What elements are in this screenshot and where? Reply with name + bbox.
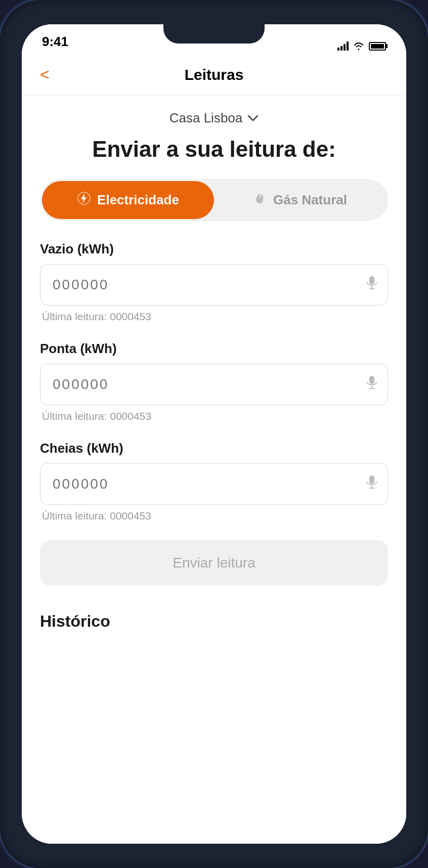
vazio-label: Vazio (kWh) — [40, 241, 388, 257]
toggle-gas[interactable]: Gás Natural — [214, 181, 386, 219]
cheias-input-wrapper — [40, 463, 388, 505]
vazio-input-wrapper — [40, 264, 388, 306]
electricidade-label: Electricidade — [97, 192, 179, 208]
ponta-input-wrapper — [40, 364, 388, 405]
notch — [163, 24, 265, 44]
gas-label: Gás Natural — [273, 192, 347, 208]
svg-marker-1 — [81, 193, 87, 203]
main-content: Casa Lisboa Enviar a sua leitura de: — [22, 95, 406, 844]
page-heading: Enviar a sua leitura de: — [40, 136, 388, 163]
vazio-input[interactable] — [40, 265, 356, 305]
phone-frame: 9:41 — [0, 0, 428, 868]
field-ponta: Ponta (kWh) Última leitura: 0000453 — [40, 341, 388, 422]
cheias-mic-icon[interactable] — [356, 475, 388, 493]
svg-rect-5 — [369, 376, 374, 384]
gas-icon — [253, 191, 267, 209]
field-cheias: Cheias (kWh) Última leitura: 0000453 — [40, 441, 388, 522]
toggle-electricidade[interactable]: Electricidade — [42, 181, 214, 219]
ponta-input[interactable] — [40, 364, 356, 405]
nav-bar: < Leituras — [22, 55, 406, 95]
cheias-last-reading: Última leitura: 0000453 — [40, 510, 388, 522]
wifi-icon — [353, 41, 365, 51]
historico-title: Histórico — [40, 612, 388, 631]
ponta-last-reading: Última leitura: 0000453 — [40, 410, 388, 422]
submit-button[interactable]: Enviar leitura — [40, 540, 388, 586]
location-selector[interactable]: Casa Lisboa — [40, 110, 388, 126]
ponta-mic-icon[interactable] — [356, 375, 388, 393]
svg-rect-2 — [369, 276, 374, 284]
status-icons — [337, 41, 386, 51]
battery-icon — [369, 42, 386, 51]
cheias-input[interactable] — [40, 464, 356, 504]
electricidade-icon — [77, 191, 91, 209]
nav-title: Leituras — [185, 66, 244, 83]
svg-rect-8 — [369, 475, 374, 484]
location-name: Casa Lisboa — [169, 110, 243, 126]
cheias-label: Cheias (kWh) — [40, 441, 388, 456]
status-time: 9:41 — [42, 34, 68, 51]
chevron-down-icon — [247, 115, 259, 122]
field-vazio: Vazio (kWh) Última leitura: 0000453 — [40, 241, 388, 323]
vazio-last-reading: Última leitura: 0000453 — [40, 311, 388, 323]
phone-screen: 9:41 — [22, 24, 406, 844]
ponta-label: Ponta (kWh) — [40, 341, 388, 357]
signal-icon — [337, 41, 349, 51]
back-button[interactable]: < — [40, 65, 50, 84]
toggle-container: Electricidade Gás Natural — [40, 179, 388, 221]
vazio-mic-icon[interactable] — [356, 276, 388, 293]
